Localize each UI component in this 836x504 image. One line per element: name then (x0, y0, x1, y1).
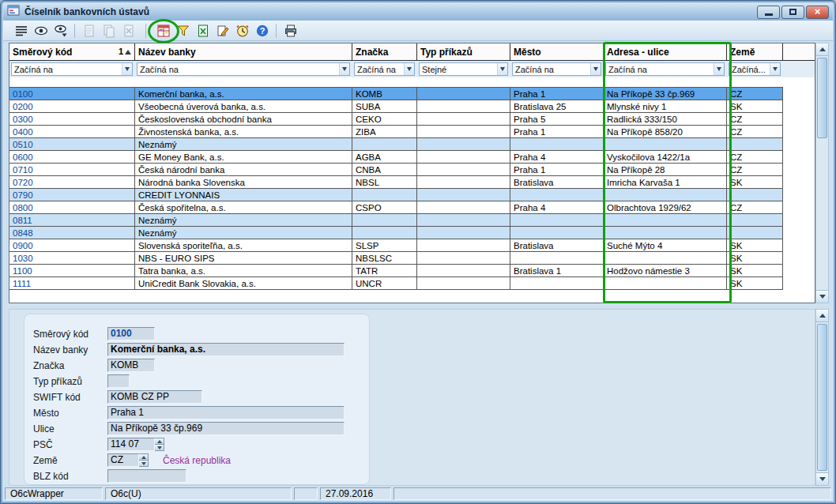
scroll-thumb[interactable] (817, 324, 827, 471)
grid-row[interactable]: 0900Slovenská sporiteľňa, a.s.SLSPBratis… (9, 239, 783, 252)
column-header-2[interactable]: Značka (352, 43, 417, 61)
grid-cell (417, 201, 510, 214)
grid-row[interactable]: 0510Neznámý (9, 138, 783, 151)
dropdown-arrow-icon[interactable] (714, 63, 724, 75)
dropdown-arrow-icon[interactable] (122, 63, 132, 75)
field-zeme[interactable]: CZ (107, 453, 139, 467)
preview-eye-icon[interactable] (31, 22, 51, 39)
form-grid-icon[interactable] (153, 22, 173, 39)
column-header-6[interactable]: Země (727, 43, 783, 61)
grid-cell (417, 88, 510, 100)
grid-row[interactable]: 0800Česká spořitelna, a.s.CSPOPraha 4Olb… (9, 201, 783, 214)
column-header-1[interactable]: Název banky (135, 43, 352, 61)
field-znacka[interactable]: KOMB (107, 359, 155, 372)
maximize-button[interactable] (781, 6, 804, 19)
scroll-down-button[interactable] (816, 290, 828, 303)
filter-combo-4[interactable]: Začíná na (512, 62, 601, 76)
filter-combo-0[interactable]: Začíná na (11, 62, 133, 76)
minimize-button[interactable] (757, 6, 780, 19)
grid-cell: 0811 (9, 214, 135, 227)
column-header-4[interactable]: Město (510, 43, 604, 61)
dropdown-arrow-icon[interactable] (497, 63, 507, 75)
grid-row[interactable]: 0720Národná banka SlovenskaNBSLBratislav… (9, 176, 783, 189)
grid-cell: 0300 (9, 113, 135, 126)
scroll-up-button[interactable] (816, 310, 828, 322)
grid-cell (604, 252, 727, 265)
grid-cell: Na Příkopě 858/20 (604, 126, 727, 138)
spinner-control[interactable] (155, 438, 164, 451)
scroll-up-button[interactable] (816, 43, 828, 56)
grid-row[interactable]: 0300Československá obchodní bankaCEKOPra… (9, 113, 783, 126)
detail-row: PSČ114 07 (33, 438, 164, 451)
filter-combo-5[interactable]: Začíná na (605, 62, 725, 76)
grid-row[interactable]: 0200Všeobecná úverová banka, a.s.SUBABra… (9, 100, 783, 113)
filter-combo-1[interactable]: Začíná na (137, 62, 350, 76)
field-label: PSČ (33, 439, 107, 450)
filter-combo-2[interactable]: Začíná na (354, 62, 415, 76)
column-header-3[interactable]: Typ příkazů (417, 43, 510, 61)
field-blz-kod[interactable] (107, 469, 186, 483)
excel-export-icon[interactable] (193, 22, 213, 39)
grid-row[interactable]: 0100Komerční banka, a.s.KOMBPraha 1Na Př… (9, 88, 783, 100)
grid-row[interactable]: 0400Živnostenská banka, a.s.ZIBAPraha 1N… (9, 126, 783, 138)
grid-cell: CNBA (352, 164, 417, 176)
dropdown-arrow-icon[interactable] (404, 63, 414, 75)
field-label: Ulice (33, 423, 107, 434)
field-mesto[interactable]: Praha 1 (107, 406, 345, 419)
filter-icon[interactable] (173, 22, 193, 39)
detail-row: ZnačkaKOMB (33, 359, 155, 372)
grid-row[interactable]: 1100Tatra banka, a.s.TATRBratislava 1Hod… (9, 265, 783, 277)
spinner-control[interactable] (139, 453, 149, 467)
field-smerovy-kod[interactable]: 0100 (107, 327, 155, 340)
field-swift-kod[interactable]: KOMB CZ PP (107, 390, 202, 404)
field-nazev-banky[interactable]: Komerční banka, a.s. (107, 343, 345, 356)
column-header-5[interactable]: Adresa - ulice (604, 43, 727, 61)
view-select-eye-icon[interactable] (51, 22, 70, 39)
list-view-icon[interactable] (11, 22, 31, 39)
clock-icon[interactable] (232, 22, 252, 39)
grid-cell (417, 252, 510, 265)
grid-cell: SK (727, 100, 783, 113)
dropdown-arrow-icon[interactable] (339, 63, 349, 75)
grid-row[interactable]: 1111UniCredit Bank Slovakia, a.s.UNCRSK (9, 277, 783, 290)
grid-row[interactable]: 0848Neznámý (9, 227, 783, 239)
grid-cell: Všeobecná úverová banka, a.s. (135, 100, 352, 113)
detail-scrollbar[interactable] (815, 309, 829, 486)
grid-cell (417, 176, 510, 189)
scroll-thumb[interactable] (817, 58, 827, 138)
filter-combo-6[interactable]: Začíná... (729, 62, 781, 76)
filter-cell: Začíná na (9, 61, 135, 77)
grid-cell: Praha 1 (510, 126, 604, 138)
dropdown-arrow-icon[interactable] (590, 63, 601, 75)
close-button[interactable]: × (806, 6, 829, 19)
grid-cell (417, 239, 510, 252)
grid-row[interactable]: 0790CREDIT LYONNAIS (9, 189, 783, 201)
grid-cell (417, 164, 510, 176)
field-psc[interactable]: 114 07 (107, 438, 155, 451)
column-header-0[interactable]: Směrový kód1 (9, 43, 135, 61)
edit-record-icon[interactable] (213, 22, 232, 39)
grid-row[interactable]: 0710Česká národní bankaCNBAPraha 1Na Pří… (9, 164, 783, 176)
grid-scrollbar[interactable] (815, 43, 829, 303)
scroll-down-button[interactable] (816, 472, 828, 485)
printer-icon[interactable] (281, 22, 300, 39)
grid-cell: Neznámý (135, 227, 352, 239)
dropdown-arrow-icon[interactable] (770, 63, 780, 75)
field-label: Název banky (33, 344, 107, 355)
grid-cell: 0100 (9, 88, 135, 100)
help-icon[interactable]: ? (252, 22, 272, 39)
title-bar[interactable]: Číselník bankovních ústavů × (3, 3, 833, 21)
field-ulice[interactable]: Na Příkopě 33 čp.969 (107, 422, 345, 435)
field-typ-prikazu[interactable] (107, 374, 130, 388)
filter-combo-value: Začíná na (12, 65, 53, 74)
toolbar-separator (74, 24, 75, 38)
field-label: Země (33, 455, 107, 466)
grid-row[interactable]: 0600GE Money Bank, a.s.AGBAPraha 4Vyskoč… (9, 151, 783, 164)
grid-cell: Česká národní banka (135, 164, 352, 176)
grid-row[interactable]: 0811Neznámý (9, 214, 783, 227)
filter-combo-3[interactable]: Stejné (419, 62, 508, 76)
filter-cell: Začíná na (510, 61, 604, 77)
column-label: Značka (356, 47, 388, 58)
grid-row[interactable]: 1030NBS - EURO SIPSNBSLSCSK (9, 252, 783, 265)
detail-row: ZeměCZČeská republika (33, 453, 231, 467)
